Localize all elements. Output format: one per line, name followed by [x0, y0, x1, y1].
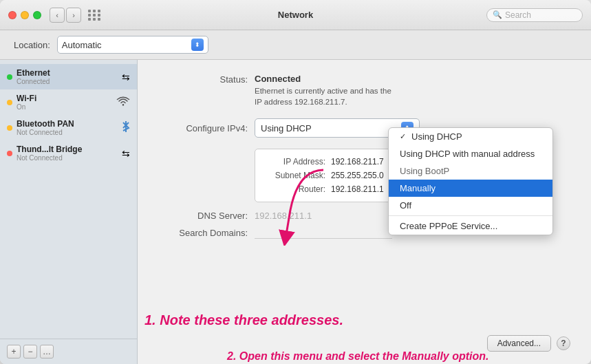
ethernet-name: Ethernet [17, 68, 122, 78]
ethernet-icon: ⇆ [122, 72, 130, 83]
bluetooth-icon [122, 120, 130, 136]
thunderbolt-name: Thund...lt Bridge [17, 144, 122, 154]
bluetooth-status-dot [7, 125, 12, 131]
annotation-note-2: 2. Open this menu and select the Manuall… [227, 350, 489, 363]
ethernet-status-dot [7, 74, 12, 80]
grid-icon[interactable] [87, 8, 102, 23]
nav-buttons: ‹ › [50, 8, 81, 23]
forward-button[interactable]: › [66, 8, 81, 23]
annotation-note-1: 1. Note these three addresses. [144, 312, 343, 328]
sidebar-item-thunderbolt[interactable]: Thund...lt Bridge Not Connected ⇆ [0, 140, 137, 166]
search-domains-label: Search Domains: [158, 228, 248, 238]
location-row: Location: Automatic ⬍ [0, 30, 591, 60]
advanced-button[interactable]: Advanced... [487, 335, 551, 352]
search-placeholder: Search [505, 10, 531, 20]
svg-point-0 [122, 104, 124, 105]
ethernet-status: Connected [17, 78, 122, 85]
network-window: ‹ › Network 🔍 Search Location: Automatic… [0, 0, 591, 364]
search-icon: 🔍 [493, 10, 502, 19]
wifi-status-dot [7, 100, 12, 105]
thunderbolt-status: Not Connected [17, 154, 122, 162]
sidebar: Ethernet Connected ⇆ Wi-Fi On [0, 60, 138, 364]
thunderbolt-icon: ⇆ [122, 148, 130, 159]
traffic-lights [8, 11, 41, 19]
status-label: Status: [158, 74, 248, 107]
configure-value: Using DHCP [261, 123, 401, 133]
more-options-button[interactable]: … [40, 345, 54, 358]
sidebar-list: Ethernet Connected ⇆ Wi-Fi On [0, 60, 137, 339]
sidebar-item-bluetooth-pan[interactable]: Bluetooth PAN Not Connected [0, 115, 137, 140]
window-title: Network [278, 10, 313, 20]
add-connection-button[interactable]: + [7, 345, 21, 358]
search-bar[interactable]: 🔍 Search [486, 8, 583, 22]
configure-dropdown-menu: Using DHCP Using DHCP with manual addres… [388, 127, 553, 235]
dropdown-item-manually[interactable]: Manually [389, 180, 552, 197]
arrow-left [275, 163, 330, 248]
location-label: Location: [14, 40, 50, 50]
maximize-button[interactable] [33, 11, 41, 19]
wifi-icon [116, 96, 130, 108]
content-area: Ethernet Connected ⇆ Wi-Fi On [0, 60, 591, 364]
main-panel: Status: Connected Ethernet is currently … [138, 60, 591, 364]
sidebar-footer: + − … [0, 339, 137, 364]
status-value: Connected [255, 74, 392, 84]
dropdown-item-create-pppoe[interactable]: Create PPPoE Service... [389, 217, 552, 235]
back-button[interactable]: ‹ [50, 8, 65, 23]
location-value: Automatic [62, 40, 191, 50]
bluetooth-name: Bluetooth PAN [17, 119, 122, 129]
configure-label: Configure IPv4: [158, 123, 248, 133]
title-bar: ‹ › Network 🔍 Search [0, 0, 591, 30]
dropdown-item-dhcp-manual[interactable]: Using DHCP with manual address [389, 145, 552, 162]
help-button[interactable]: ? [557, 336, 570, 350]
status-section: Status: Connected Ethernet is currently … [158, 74, 570, 107]
wifi-name: Wi-Fi [17, 94, 116, 103]
bluetooth-status: Not Connected [17, 129, 122, 136]
ip-address-value: 192.168.211.7 [331, 157, 384, 167]
dropdown-item-off[interactable]: Off [389, 197, 552, 214]
close-button[interactable] [8, 11, 17, 19]
remove-connection-button[interactable]: − [23, 345, 37, 358]
sidebar-item-wifi[interactable]: Wi-Fi On [0, 89, 137, 115]
status-description: Ethernet is currently active and has the… [255, 85, 392, 107]
dropdown-item-using-dhcp[interactable]: Using DHCP [389, 128, 552, 145]
router-value: 192.168.211.1 [331, 184, 384, 194]
sidebar-item-ethernet[interactable]: Ethernet Connected ⇆ [0, 64, 137, 89]
subnet-mask-value: 255.255.255.0 [331, 171, 384, 180]
thunderbolt-status-dot [7, 151, 12, 156]
dropdown-item-bootp[interactable]: Using BootP [389, 162, 552, 180]
minimize-button[interactable] [21, 11, 29, 19]
wifi-status: On [17, 103, 116, 111]
location-dropdown[interactable]: Automatic ⬍ [57, 36, 208, 54]
location-dropdown-arrow: ⬍ [191, 39, 204, 51]
dns-label: DNS Server: [158, 211, 248, 221]
